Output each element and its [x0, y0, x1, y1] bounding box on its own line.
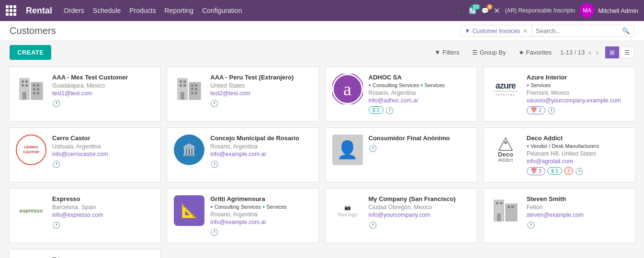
customer-name: Concejo Municipal de Rosario	[210, 135, 312, 142]
customer-card[interactable]: 📐 Gritti Agrimensura Consulting Services…	[167, 188, 319, 243]
svg-rect-29	[496, 202, 498, 204]
customer-location: Barcelona, Spain	[52, 204, 154, 211]
customer-badges: 🕐	[52, 220, 154, 229]
brand-name: Rental	[26, 6, 52, 16]
customer-logo: azure interior	[490, 74, 521, 104]
customer-logo: Deco Addict	[490, 135, 521, 165]
filter-icon: ▼	[464, 27, 471, 34]
customer-card[interactable]: Deco Addict Deco Addict Vendor / Desk Ma…	[483, 127, 635, 182]
settings-icon[interactable]: ✕	[494, 6, 500, 15]
customer-card[interactable]: CERROCASTOR Cerro Castor Ushuaia, Argent…	[9, 127, 161, 182]
activity-clock-icon: 🕐	[210, 160, 218, 168]
customer-tag: Services	[262, 204, 287, 210]
customer-card[interactable]: Trinquero 🕐	[9, 249, 161, 258]
customer-tags: Vendor / Desk Manufacturers	[527, 143, 628, 149]
customer-location: United States	[210, 82, 312, 89]
badge-calendar: 📅 3	[527, 167, 545, 175]
nav-schedule[interactable]: Schedule	[93, 7, 121, 14]
customer-card[interactable]: a ADHOC SA Consulting ServicesServices R…	[325, 67, 477, 122]
filter-tag-close[interactable]: ✕	[523, 28, 528, 34]
customer-location: Rosario, Argentina	[210, 211, 312, 218]
customer-card[interactable]: AAA - Peru Test (Extranjero) United Stat…	[167, 67, 319, 122]
customer-name: Gritti Agrimensura	[210, 195, 312, 202]
customer-info: Consumidor Final Anónimo 🕐	[369, 135, 470, 175]
phone-icon[interactable]: 📞	[454, 6, 464, 15]
svg-rect-25	[181, 92, 184, 100]
activity-badge[interactable]: 🔄33	[469, 7, 476, 14]
svg-rect-3	[25, 80, 28, 83]
customer-info: Gritti Agrimensura Consulting ServicesSe…	[210, 195, 312, 236]
svg-rect-24	[195, 92, 197, 94]
create-button[interactable]: CREATE	[10, 45, 51, 60]
customer-info: Deco Addict Vendor / Desk Manufacturers …	[527, 135, 628, 175]
customer-card[interactable]: Steven Smith Felton steven@example.com 🕐	[483, 188, 635, 243]
customer-name: Azure Interior	[527, 74, 628, 81]
svg-rect-21	[191, 88, 193, 90]
filters-button[interactable]: ▼ Filters	[431, 47, 462, 58]
customer-badges: 🕐	[210, 227, 312, 236]
customer-card[interactable]: azure interior Azure Interior Services F…	[483, 67, 635, 122]
customer-badges: 📅 2 🕐	[527, 106, 628, 114]
favorites-button[interactable]: ★ Favorites	[516, 47, 554, 58]
customer-email: steven@example.com	[527, 212, 628, 218]
customer-email: info@yourcompany.com	[369, 212, 470, 218]
prev-page-button[interactable]: ‹	[588, 47, 592, 58]
customer-tags: Consulting ServicesServices	[369, 82, 470, 88]
search-button[interactable]: 🔍	[618, 25, 634, 36]
svg-rect-33	[497, 213, 501, 221]
activity-clock-icon: 🕐	[52, 100, 60, 107]
customer-logo: expresso	[16, 195, 46, 226]
badge-money: $ 5	[547, 167, 562, 175]
filter-tag[interactable]: ▼ Customer Invoices ✕	[461, 25, 532, 36]
page-title: Customers	[10, 25, 455, 36]
customer-name: Consumidor Final Anónimo	[369, 135, 470, 142]
search-input[interactable]	[532, 25, 618, 36]
nav-configuration[interactable]: Configuration	[202, 7, 242, 14]
svg-rect-22	[195, 88, 197, 90]
customers-grid: AAA - Mex Test Customer Guadalajara, Mex…	[0, 64, 644, 258]
customer-name: Steven Smith	[527, 195, 628, 202]
badge-alert: !	[564, 167, 573, 175]
next-page-button[interactable]: ›	[595, 47, 599, 58]
activity-clock-icon: 🕐	[575, 168, 583, 175]
nav-products[interactable]: Products	[129, 7, 156, 14]
notification-badge[interactable]: 💬6	[481, 7, 489, 14]
customer-card[interactable]: expresso Expresso Barcelona, Spain info@…	[9, 188, 161, 243]
svg-rect-12	[23, 92, 26, 100]
activity-clock-icon: 🕐	[210, 100, 218, 107]
customer-location: Ciudad Obregón, Mexico	[369, 204, 470, 211]
customer-name: AAA - Peru Test (Extranjero)	[210, 74, 312, 81]
list-view-button[interactable]: ☰	[620, 46, 634, 58]
customer-info: AAA - Peru Test (Extranjero) United Stat…	[210, 74, 312, 114]
nav-orders[interactable]: Orders	[64, 7, 84, 14]
svg-rect-7	[37, 84, 39, 87]
svg-rect-8	[33, 88, 35, 90]
svg-rect-15	[180, 80, 182, 83]
activity-clock-icon: 🕐	[52, 160, 60, 168]
customer-name: ADHOC SA	[369, 74, 470, 81]
svg-rect-17	[180, 84, 182, 87]
customer-info: Concejo Municipal de Rosario Rosario, Ar…	[210, 135, 312, 175]
groupby-button[interactable]: ☰ Group By	[469, 47, 509, 58]
customer-location: Rosario, Argentina	[369, 90, 470, 96]
grid-view-button[interactable]: ⊞	[605, 46, 619, 58]
app-switcher-icon[interactable]	[6, 5, 16, 16]
customer-card[interactable]: AAA - Mex Test Customer Guadalajara, Mex…	[9, 67, 161, 122]
customer-email: info@expresso.com	[52, 212, 154, 218]
svg-rect-11	[37, 92, 39, 94]
nav-reporting[interactable]: Reporting	[164, 7, 193, 14]
filter-funnel-icon: ▼	[434, 49, 441, 56]
user-menu[interactable]: MA Mitchell Admin	[580, 3, 638, 18]
customer-badges: $ 2 🕐	[369, 106, 470, 114]
customer-location: Fremont, Mexico	[527, 90, 628, 96]
badge-calendar: 📅 2	[527, 106, 545, 114]
customer-name: My Company (San Francisco)	[369, 195, 470, 202]
customer-name: Cerro Castor	[52, 135, 154, 142]
activity-clock-icon: 🕐	[547, 107, 555, 114]
filter-group: ▼ Filters ☰ Group By ★ Favorites	[431, 47, 554, 58]
customer-badges: 📅 3$ 5! 🕐	[527, 167, 628, 175]
customer-card[interactable]: 👤 Consumidor Final Anónimo 🕐	[325, 127, 477, 182]
customer-card[interactable]: 🏛️ Concejo Municipal de Rosario Rosario,…	[167, 127, 319, 182]
customer-info: Steven Smith Felton steven@example.com 🕐	[527, 195, 628, 236]
customer-card[interactable]: 📷 Your logo My Company (San Francisco) C…	[325, 188, 477, 243]
